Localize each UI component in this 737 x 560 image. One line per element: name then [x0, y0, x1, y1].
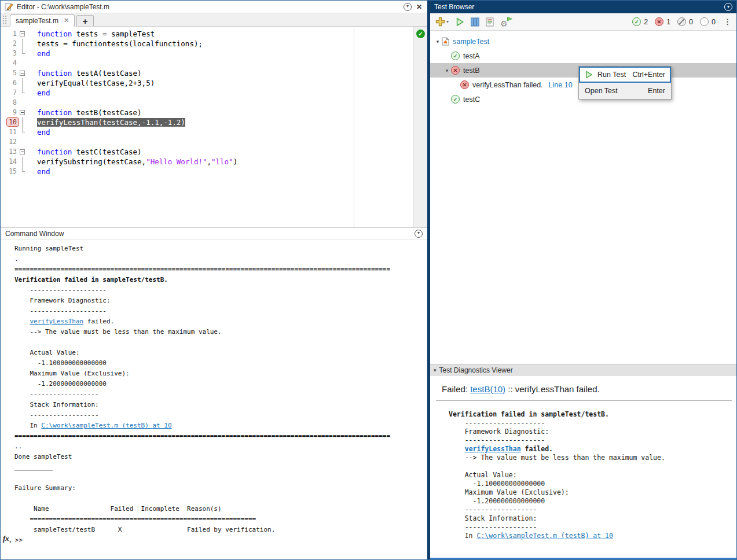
go-to-line-link[interactable]: Line 10 [549, 81, 573, 89]
code-fold-marker [17, 88, 27, 98]
tab-sampletest[interactable]: sampleTest.m ✕ [10, 14, 75, 27]
code-text: end [27, 127, 50, 137]
code-line[interactable]: 5function testA(testCase) [1, 68, 427, 78]
test-tree-item-testa[interactable]: testA [430, 49, 736, 63]
test-result-counts: 2 1 0 0 ⋮ [632, 17, 731, 26]
code-line[interactable]: 11end [1, 127, 427, 137]
test-browser-titlebar: Test Browser [430, 1, 736, 13]
code-line[interactable]: 3end [1, 49, 427, 58]
editor-panel-menu-chevron-icon[interactable] [404, 3, 412, 11]
tree-item-label: sampleTest [453, 38, 489, 46]
code-text [27, 98, 37, 108]
menu-item-shortcut: Ctrl+Enter [632, 71, 665, 79]
code-line[interactable]: 8 [1, 98, 427, 108]
code-line[interactable]: 7end [1, 88, 427, 98]
test-tree-item-sampletest[interactable]: ▾sampleTest [430, 34, 736, 49]
code-line[interactable]: 6verifyEqual(testCase,2+3,5) [1, 78, 427, 88]
line-number[interactable]: 7 [1, 88, 17, 98]
passed-count-icon [632, 17, 641, 26]
menu-item-open-test[interactable]: Open TestEnter [579, 83, 671, 99]
output-link[interactable]: C:\work\sampleTest.m (testB) at 10 [476, 532, 613, 540]
gear-icon: ⚙ [500, 20, 508, 28]
not-run-count-icon [700, 17, 709, 26]
code-text: function tests = sampleTest [27, 29, 155, 39]
run-tests-button[interactable] [455, 17, 464, 27]
run-parallel-button[interactable] [471, 17, 479, 27]
matlab-file-icon [442, 37, 449, 46]
line-number[interactable]: 2 [1, 39, 17, 49]
expander-collapse-icon[interactable]: ▾ [443, 68, 451, 73]
command-window-title: Command Window [5, 230, 64, 238]
run-settings-button[interactable]: ⚙ [500, 17, 512, 27]
output-link[interactable]: verifyLessThan [30, 318, 84, 325]
code-fold-marker [17, 117, 27, 127]
code-line[interactable]: 2tests = functiontests(localfunctions); [1, 39, 427, 49]
skipped-count: 0 [689, 18, 693, 26]
code-line[interactable]: 10verifyLessThan(testCase,-1.1,-1.2) [1, 117, 427, 127]
code-fold-marker[interactable] [17, 108, 27, 117]
code-analyzer-ok-icon[interactable] [416, 30, 425, 38]
line-number[interactable]: 11 [1, 127, 17, 137]
editor-close-icon[interactable]: ✕ [415, 3, 423, 11]
failed-test-link[interactable]: testB(10) [470, 384, 505, 394]
report-button[interactable] [486, 17, 494, 27]
code-line[interactable]: 12 [1, 137, 427, 147]
line-number[interactable]: 1 [1, 29, 17, 39]
command-window-menu-chevron-icon[interactable] [415, 230, 423, 238]
command-window-output[interactable]: Running sampleTest . ===================… [1, 240, 427, 559]
command-prompt[interactable]: >> [15, 535, 23, 546]
test-diagnostics-panel: ▾ Test Diagnostics Viewer Failed: testB(… [430, 364, 736, 559]
line-number[interactable]: 3 [1, 49, 17, 58]
line-number[interactable]: 5 [1, 68, 17, 78]
editor-title: Editor - C:\work\sampleTest.m [17, 3, 109, 11]
code-fold-marker[interactable] [17, 68, 27, 78]
menu-item-run-test[interactable]: Run TestCtrl+Enter [579, 67, 671, 83]
test-failed-icon [451, 66, 460, 75]
tab-close-icon[interactable]: ✕ [64, 17, 69, 24]
code-fold-marker [17, 98, 27, 108]
line-number[interactable]: 14 [1, 157, 17, 167]
line-number[interactable]: 4 [1, 58, 17, 68]
test-failed-icon [460, 80, 469, 89]
code-line[interactable]: 14verifySubstring(testCase,"Hello World!… [1, 157, 427, 167]
code-fold-marker[interactable] [17, 29, 27, 39]
add-test-dropdown-caret-icon[interactable]: ▾ [446, 19, 449, 24]
code-lines: 1function tests = sampleTest2tests = fun… [1, 29, 427, 176]
failure-headline: Failed: testB(10) :: verifyLessThan fail… [436, 382, 732, 400]
code-text: function testC(testCase) [27, 147, 142, 157]
collapse-caret-icon: ▾ [434, 367, 437, 373]
code-text: function testB(testCase) [27, 108, 142, 117]
test-passed-icon [451, 51, 460, 60]
code-line[interactable]: 4 [1, 58, 427, 68]
test-browser-toolbar: ▾ ⚙ 2 1 [430, 13, 736, 31]
line-number[interactable]: 8 [1, 98, 17, 108]
code-fold-marker[interactable] [17, 147, 27, 157]
add-test-button[interactable]: ▾ [435, 17, 449, 27]
line-number[interactable]: 13 [1, 147, 17, 157]
code-line[interactable]: 1function tests = sampleTest [1, 29, 427, 39]
line-number[interactable]: 6 [1, 78, 17, 88]
fx-function-hints-icon[interactable]: fx [3, 533, 11, 547]
expander-collapse-icon[interactable]: ▾ [434, 39, 442, 45]
kebab-menu-icon[interactable]: ⋮ [724, 17, 731, 26]
code-editor[interactable]: 1function tests = sampleTest2tests = fun… [1, 27, 427, 227]
test-browser-menu-chevron-icon[interactable] [724, 3, 732, 11]
line-number-error[interactable]: 10 [1, 117, 17, 127]
code-line[interactable]: 13function testC(testCase) [1, 147, 427, 157]
test-diagnostics-header[interactable]: ▾ Test Diagnostics Viewer [430, 364, 736, 376]
tab-drag-handle[interactable] [2, 15, 7, 25]
new-tab-button[interactable]: + [76, 15, 94, 26]
output-link[interactable]: C:\work\sampleTest.m (testB) at 10 [41, 422, 171, 429]
failed-count-icon [655, 17, 663, 26]
command-prompt-row: fx >> [3, 535, 423, 546]
code-text: end [27, 49, 50, 58]
not-run-count: 0 [712, 18, 716, 26]
line-number[interactable]: 12 [1, 137, 17, 147]
code-line[interactable]: 15end [1, 167, 427, 176]
code-text [27, 137, 37, 147]
line-number[interactable]: 9 [1, 108, 17, 117]
editor-titlebar: Editor - C:\work\sampleTest.m ✕ [1, 1, 427, 13]
output-link[interactable]: verifyLessThan [465, 445, 521, 453]
code-line[interactable]: 9function testB(testCase) [1, 108, 427, 117]
line-number[interactable]: 15 [1, 167, 17, 176]
